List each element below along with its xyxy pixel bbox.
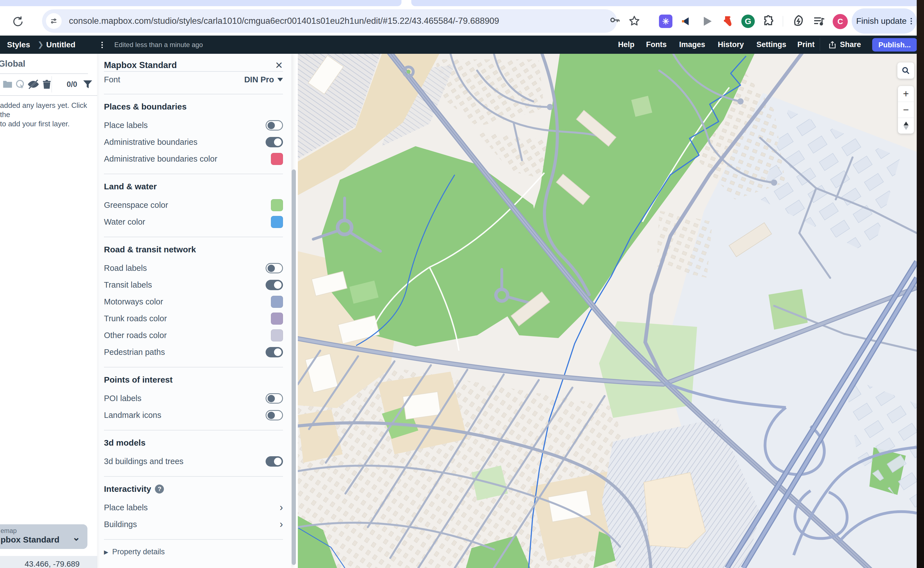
map-zoom-control: + − bbox=[898, 86, 914, 134]
nav-settings[interactable]: Settings bbox=[756, 36, 786, 54]
publish-button[interactable]: Publish... bbox=[872, 38, 917, 51]
media-queue-icon[interactable] bbox=[812, 15, 826, 28]
edited-status: Edited less than a minute ago bbox=[114, 36, 203, 54]
extension-grammarly-icon[interactable]: G bbox=[741, 15, 755, 28]
breadcrumb-untitled[interactable]: Untitled bbox=[46, 36, 76, 54]
basemap-value: pbox Standard bbox=[0, 535, 59, 544]
zoom-in-button[interactable]: + bbox=[898, 86, 914, 102]
toolbar-divider bbox=[783, 16, 783, 27]
section-divider bbox=[104, 237, 283, 237]
font-row[interactable]: Font DIN Pro bbox=[104, 72, 283, 88]
folder-icon[interactable] bbox=[2, 79, 14, 90]
zoom-out-button[interactable]: − bbox=[898, 102, 914, 118]
setting-row: Place labels bbox=[104, 117, 283, 134]
layer-counter: 0/0 bbox=[67, 79, 77, 90]
chevron-right-icon: › bbox=[280, 518, 283, 530]
layers-toolbar: 0/0 bbox=[0, 76, 97, 93]
toggle-off[interactable] bbox=[266, 120, 283, 130]
setting-row: Greenspace color bbox=[104, 196, 283, 213]
toggle-on[interactable] bbox=[266, 347, 283, 357]
browser-tab-left[interactable] bbox=[0, 0, 401, 6]
help-icon[interactable]: ? bbox=[155, 485, 164, 494]
font-dropdown[interactable]: DIN Pro bbox=[244, 75, 283, 84]
setting-row[interactable]: Buildings› bbox=[104, 516, 283, 533]
extension-megaphone-icon[interactable] bbox=[680, 15, 694, 28]
basemap-label: emap bbox=[0, 527, 17, 535]
nav-images[interactable]: Images bbox=[679, 36, 705, 54]
section-title: Points of interest bbox=[104, 375, 283, 385]
color-swatch[interactable] bbox=[271, 296, 283, 308]
color-swatch[interactable] bbox=[271, 216, 283, 228]
setting-row[interactable]: Place labels› bbox=[104, 499, 283, 516]
filter-icon[interactable] bbox=[82, 79, 94, 90]
chevron-down-icon: ⌄ bbox=[72, 532, 80, 543]
style-panel: Mapbox Standard ✕ Font DIN Pro Places & … bbox=[98, 54, 291, 568]
style-menu-icon[interactable] bbox=[101, 41, 103, 49]
share-button[interactable]: Share bbox=[828, 36, 861, 54]
browser-menu-icon[interactable] bbox=[910, 17, 912, 26]
reload-icon[interactable] bbox=[12, 15, 24, 28]
hide-eye-icon[interactable] bbox=[27, 79, 39, 90]
password-key-icon[interactable] bbox=[608, 15, 621, 27]
trash-icon[interactable] bbox=[41, 79, 53, 90]
extensions-puzzle-icon[interactable] bbox=[762, 15, 776, 28]
section-divider bbox=[104, 174, 283, 174]
map-canvas[interactable]: + − bbox=[298, 54, 917, 568]
color-swatch[interactable] bbox=[271, 329, 283, 341]
setting-row: Water color bbox=[104, 213, 283, 230]
url-bar[interactable]: console.mapbox.com/studio/styles/carla10… bbox=[42, 9, 617, 33]
coords-footer: 43.466, -79.689 bbox=[0, 556, 97, 568]
color-swatch[interactable] bbox=[271, 313, 283, 325]
color-swatch[interactable] bbox=[271, 199, 283, 211]
url-text[interactable]: console.mapbox.com/studio/styles/carla10… bbox=[69, 9, 499, 33]
bookmark-star-icon[interactable] bbox=[628, 15, 640, 27]
compass-button[interactable] bbox=[898, 118, 914, 134]
browser-avatar[interactable]: C bbox=[833, 14, 848, 29]
browser-tab-right[interactable] bbox=[411, 0, 917, 6]
compass-south-icon bbox=[904, 126, 909, 130]
section-divider bbox=[104, 94, 283, 94]
toggle-off[interactable] bbox=[266, 393, 283, 403]
disclosure-triangle-icon: ▶ bbox=[104, 549, 108, 555]
toggle-off[interactable] bbox=[266, 263, 283, 273]
finish-update-button[interactable]: Finish update bbox=[852, 8, 917, 33]
setting-row: POI labels bbox=[104, 390, 283, 407]
map-coordinates: 43.466, -79.689 bbox=[25, 560, 80, 568]
energy-leaf-icon[interactable] bbox=[792, 15, 805, 28]
style-panel-title: Mapbox Standard bbox=[104, 60, 177, 70]
dropdown-caret-icon bbox=[277, 78, 283, 82]
search-icon bbox=[901, 66, 910, 75]
setting-row: Landmark icons bbox=[104, 407, 283, 423]
map-search-button[interactable] bbox=[897, 62, 914, 79]
style-sections: Places & boundariesPlace labelsAdministr… bbox=[104, 94, 283, 556]
toggle-on[interactable] bbox=[266, 456, 283, 467]
site-settings-icon[interactable] bbox=[46, 13, 62, 29]
panel-scrollbar[interactable] bbox=[292, 169, 296, 565]
basemap-selector[interactable]: emap pbox Standard ⌄ bbox=[0, 524, 88, 549]
nav-help[interactable]: Help bbox=[618, 36, 635, 54]
extension-snowflake-icon[interactable]: ✳ bbox=[659, 15, 672, 28]
toggle-on[interactable] bbox=[266, 137, 283, 147]
extension-red-icon[interactable] bbox=[721, 15, 734, 28]
select-pointer-icon[interactable] bbox=[15, 79, 26, 90]
nav-print[interactable]: Print bbox=[797, 36, 815, 54]
nav-fonts[interactable]: Fonts bbox=[646, 36, 667, 54]
property-details[interactable]: ▶Property details bbox=[104, 548, 283, 556]
breadcrumb-styles[interactable]: Styles bbox=[7, 36, 30, 54]
section-title: Places & boundaries bbox=[104, 102, 283, 112]
toggle-off[interactable] bbox=[266, 410, 283, 420]
browser-toolbar: console.mapbox.com/studio/styles/carla10… bbox=[0, 6, 917, 36]
toggle-on[interactable] bbox=[266, 280, 283, 290]
desktop-edge-strip bbox=[917, 0, 924, 568]
layers-panel-title: Global bbox=[0, 59, 25, 69]
close-icon[interactable]: ✕ bbox=[275, 60, 283, 70]
studio-navbar: Styles ❯ Untitled Edited less than a min… bbox=[0, 36, 917, 54]
extension-play-icon[interactable] bbox=[700, 15, 714, 28]
section-title: 3d models bbox=[104, 438, 283, 447]
section-divider bbox=[104, 476, 283, 477]
divider bbox=[0, 73, 88, 74]
nav-history[interactable]: History bbox=[718, 36, 744, 54]
setting-row: Administrative boundaries color bbox=[104, 150, 283, 167]
share-icon bbox=[828, 40, 836, 50]
color-swatch[interactable] bbox=[271, 153, 283, 165]
